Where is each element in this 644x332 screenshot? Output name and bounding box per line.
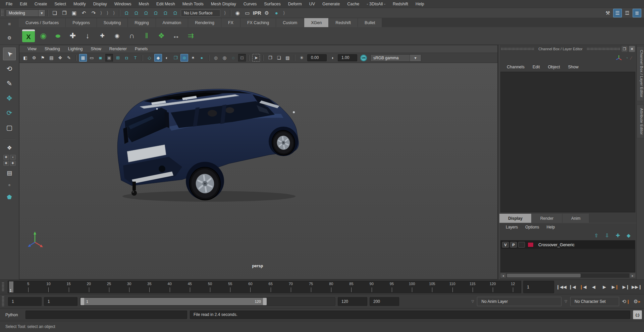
animation-preferences-button[interactable]: ⚙▸ (633, 297, 641, 306)
playback-range[interactable]: 1 120 (80, 298, 267, 305)
timeline-ruler[interactable]: 1 51015202530354045505560657075808590951… (8, 281, 521, 293)
shelf-tab-animation[interactable]: Animation (156, 18, 189, 27)
layout-shortcut-ball-icon[interactable]: ⬟ (4, 192, 15, 202)
xgen-patches-icon[interactable]: ❖ (155, 29, 168, 42)
undock-icon[interactable]: ❐ (622, 46, 628, 52)
animation-end-field[interactable]: 200 (370, 297, 399, 306)
contrast-field[interactable]: 1.00 (338, 54, 357, 61)
snap-to-grid-icon[interactable]: Ω (122, 9, 131, 17)
time-range-slider[interactable]: 1 120 (80, 297, 335, 306)
animation-start-field[interactable]: 1 (8, 297, 42, 306)
menu-deform[interactable]: Deform (284, 0, 306, 8)
anti-alias-icon[interactable]: ◌ (229, 54, 237, 62)
sidebar-tab-attribute-editor[interactable]: Attribute Editor (637, 105, 644, 138)
shelf-tab-xgen[interactable]: XGen (304, 18, 329, 27)
move-layer-up-icon[interactable]: ⇧ (593, 231, 600, 239)
menu-mesh-display[interactable]: Mesh Display (207, 0, 240, 8)
modeling-toolkit-icon[interactable]: ⚒ (603, 9, 612, 17)
collapse-chevron-icon[interactable]: ⟩ (107, 10, 108, 15)
shelf-tab-curves-surfaces[interactable]: Curves / Surfaces (19, 18, 66, 27)
script-input-field[interactable] (25, 311, 187, 319)
snapshot-icon[interactable]: ▨ (284, 54, 291, 62)
manipulator-axis-icon[interactable] (615, 54, 623, 62)
menu-file[interactable]: File (2, 0, 16, 8)
move-tool-icon[interactable]: ✥ (3, 92, 16, 105)
xgen-lock-length-icon[interactable]: ∩ (125, 29, 138, 42)
channelbox-menu-show[interactable]: Show (564, 65, 583, 69)
menu-cache[interactable]: Cache (343, 0, 363, 8)
channelbox-menu-object[interactable]: Object (544, 65, 564, 69)
menu-edit[interactable]: Edit (16, 0, 31, 8)
step-back-key-button[interactable]: ❙◀ (578, 282, 588, 292)
layer-color-swatch[interactable] (528, 242, 534, 247)
pane-layout-add-right-icon[interactable]: ✚ (10, 161, 16, 166)
suv-model[interactable] (112, 79, 303, 206)
menu-mesh-tools[interactable]: Mesh Tools (179, 0, 207, 8)
layer-tab-display[interactable]: Display (499, 214, 532, 223)
textured-icon[interactable]: ❒ (172, 54, 179, 62)
close-icon[interactable]: ✕ (629, 46, 635, 52)
play-backwards-button[interactable]: ◀ (589, 282, 599, 292)
play-forwards-button[interactable]: ▶ (599, 282, 609, 292)
menu-mesh[interactable]: Mesh (135, 0, 153, 8)
pane-layout-small-icon[interactable]: ▪ (10, 155, 16, 160)
chevron-down-icon[interactable]: ▽ (565, 300, 567, 303)
exposure-field[interactable]: 0.00 (307, 54, 327, 61)
character-set-selector[interactable]: No Character Set (570, 297, 619, 306)
wireframe-icon[interactable]: ◇ (146, 54, 153, 62)
menu-curves[interactable]: Curves (240, 0, 261, 8)
snap-to-point-icon[interactable]: Ω (142, 9, 150, 17)
layer-scrollbar[interactable]: ◂ ▸ (500, 273, 635, 278)
panel-menu-lighting[interactable]: Lighting (64, 47, 87, 51)
empty-layer-icon[interactable]: ✚ (614, 231, 622, 239)
xgen-curve-display-icon[interactable]: ◉ (111, 29, 123, 42)
grid-icon[interactable]: ▦ (79, 54, 87, 62)
viewport-canvas[interactable]: persp (19, 63, 497, 279)
go-to-start-button[interactable]: ❙◀◀ (556, 282, 567, 292)
collapse-chevron-icon[interactable]: ⟩ (113, 10, 115, 15)
xgen-add-hair-icon[interactable]: ✚ (66, 29, 79, 42)
panel-menu-renderer[interactable]: Renderer (105, 47, 131, 51)
default-lighting-icon[interactable]: ✶ (189, 54, 197, 62)
sidebar-tab-channel-box-layer-editor[interactable]: Channel Box / Layer Editor (637, 46, 644, 101)
view-axis-gizmo[interactable] (25, 230, 45, 251)
drag-handle[interactable] (2, 296, 5, 307)
tool-settings-icon[interactable]: ☰ (613, 9, 622, 17)
wireframe-on-shaded-icon[interactable]: ⊛ (180, 54, 188, 62)
safe-title-icon[interactable]: T (131, 54, 139, 62)
field-chart-icon[interactable]: ⊞ (114, 54, 122, 62)
menu-surfaces[interactable]: Surfaces (260, 0, 284, 8)
shelf-menu-icon[interactable]: = (5, 20, 13, 28)
single-pane-layout-icon[interactable]: ▫ (4, 180, 15, 190)
panel-drag-handle[interactable] (501, 48, 534, 50)
isolate-select-icon[interactable]: ➤ (252, 54, 260, 62)
channel-edit-icon[interactable]: ∕ (631, 55, 632, 61)
film-gate-icon[interactable]: ▭ (88, 54, 96, 62)
step-forward-key-button[interactable]: ▶❙ (610, 282, 620, 292)
range-end-handle[interactable] (263, 298, 267, 305)
select-camera-icon[interactable]: ◧ (21, 54, 29, 62)
snap-to-view-plane-icon[interactable]: Ω (161, 9, 170, 17)
step-back-frame-button[interactable]: ❙◀ (567, 282, 577, 292)
anim-layer-selector[interactable]: No Anim Layer (477, 297, 561, 306)
snap-to-curve-icon[interactable]: Ω (132, 9, 141, 17)
script-editor-button[interactable]: {;} (633, 310, 642, 319)
resolution-gate-icon[interactable]: ◙ (97, 54, 104, 62)
move-layer-down-icon[interactable]: ⇩ (603, 231, 611, 239)
contrast-buffer-icon[interactable]: ❏ (275, 54, 283, 62)
xgen-comb-icon[interactable]: ⇉ (184, 29, 197, 42)
panel-menu-view[interactable]: View (23, 47, 41, 51)
menu-select[interactable]: Select (51, 0, 70, 8)
layer-display-type-toggle[interactable] (518, 242, 525, 248)
menu-help[interactable]: Help (412, 0, 428, 8)
undo-icon[interactable]: ↶ (79, 9, 88, 17)
layer-tab-anim[interactable]: Anim (562, 214, 589, 223)
outliner-persp-layout-icon[interactable]: ▤ (4, 168, 15, 178)
pane-layout-add-left-icon[interactable]: ✚ (3, 161, 9, 166)
render-view-icon[interactable]: ◉ (233, 9, 242, 17)
step-forward-frame-button[interactable]: ▶❙ (621, 282, 631, 292)
layer-menu-layers[interactable]: Layers (502, 225, 522, 229)
shelf-tab-fx[interactable]: FX (221, 18, 240, 27)
collapse-chevron-icon[interactable]: ⟩ (224, 10, 226, 15)
color-management-toggle[interactable]: ON (360, 55, 367, 61)
